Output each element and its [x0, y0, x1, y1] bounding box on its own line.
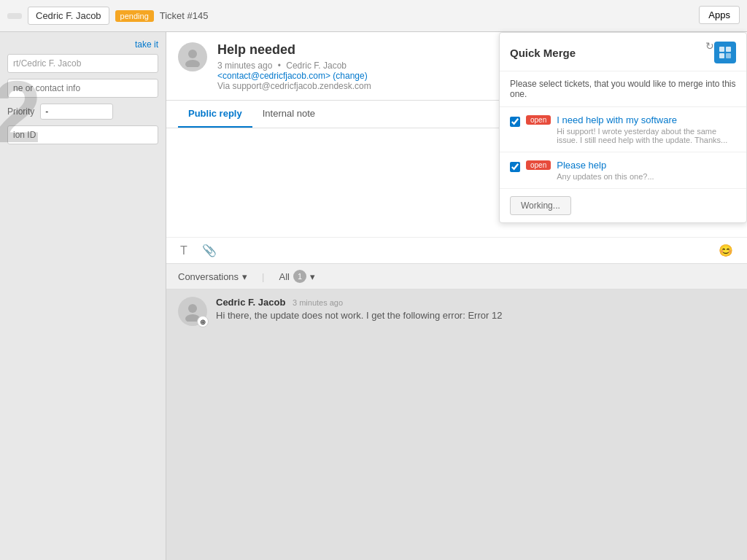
take-it-link[interactable]: take it: [7, 39, 158, 50]
conversations-button[interactable]: Conversations ▾: [178, 271, 247, 282]
qm-ticket-checkbox-2[interactable]: [510, 162, 520, 172]
qm-ticket-info-2: Please help Any updates on this one?...: [557, 160, 736, 181]
reply-toolbar: T 📎 😊: [166, 237, 747, 263]
qm-ticket-checkbox-1[interactable]: [510, 117, 520, 127]
tab-job[interactable]: [7, 13, 22, 19]
quick-merge-footer: Working...: [500, 189, 746, 222]
ticket-author: Cedric F. Jacob: [286, 61, 347, 71]
svg-point-0: [188, 50, 197, 58]
conversations-count-badge: 1: [293, 270, 306, 283]
svg-rect-6: [719, 53, 724, 58]
pending-badge: pending: [115, 10, 154, 22]
emoji-button[interactable]: 😊: [715, 242, 737, 259]
message-author: Cedric F. Jacob: [216, 297, 285, 308]
message-text: Hi there, the update does not work. I ge…: [216, 310, 735, 321]
conversation-message: ⊕ Cedric F. Jacob 3 minutes ago Hi there…: [178, 297, 735, 326]
message-avatar-sub-icon: ⊕: [197, 316, 209, 327]
tab-internal-note[interactable]: Internal note: [252, 101, 325, 128]
qm-ticket-title-2[interactable]: Please help: [557, 160, 736, 171]
priority-label: Priority: [7, 106, 34, 117]
top-bar: Cedric F. Jacob pending Ticket #145 Apps: [0, 0, 747, 32]
contact-input[interactable]: [7, 79, 158, 98]
group-id-input[interactable]: [7, 125, 158, 144]
ticket-email[interactable]: <contact@cedricfjacob.com>: [217, 71, 330, 81]
svg-rect-5: [726, 47, 731, 52]
message-avatar-container: ⊕: [178, 297, 207, 326]
priority-row: Priority: [7, 104, 158, 120]
qm-ticket-title-1[interactable]: I need help with my software: [557, 114, 736, 125]
ticket-change[interactable]: (change): [333, 71, 367, 81]
conversations-bar: Conversations ▾ | All 1 ▾: [166, 264, 747, 289]
qm-ticket-info-1: I need help with my software Hi support!…: [557, 114, 736, 144]
ticket-avatar: [178, 42, 207, 71]
conversation-list: ⊕ Cedric F. Jacob 3 minutes ago Hi there…: [166, 289, 747, 560]
dot1: •: [278, 61, 281, 71]
qm-ticket-badge-2: open: [526, 160, 551, 170]
apps-button[interactable]: Apps: [699, 6, 740, 24]
text-format-button[interactable]: T: [177, 243, 191, 259]
refresh-icon[interactable]: ↻: [705, 40, 714, 52]
conversations-label: Conversations: [178, 271, 239, 282]
quick-merge-header: Quick Merge: [500, 33, 746, 71]
quick-merge-panel: ↻ Quick Merge Please select tickets, tha…: [499, 32, 747, 223]
ticket-time: 3 minutes ago: [217, 61, 272, 71]
svg-rect-7: [726, 53, 731, 58]
requester-input[interactable]: [7, 54, 158, 73]
quick-merge-app-icon: [714, 42, 736, 63]
message-time: 3 minutes ago: [293, 298, 343, 307]
tab-user[interactable]: Cedric F. Jacob: [28, 7, 109, 25]
qm-ticket-preview-1: Hi support! I wrote yesterday about the …: [557, 127, 736, 144]
separator: |: [262, 271, 264, 282]
qm-ticket-row-2: open Please help Any updates on this one…: [500, 152, 746, 189]
main-layout: 2 take it Priority Help needed 3 minutes…: [0, 32, 747, 560]
message-header: Cedric F. Jacob 3 minutes ago: [216, 297, 735, 308]
ticket-number: Ticket #145: [160, 10, 209, 21]
qm-ticket-badge-1: open: [526, 115, 551, 125]
quick-merge-description: Please select tickets, that you would li…: [500, 71, 746, 107]
svg-point-2: [188, 304, 197, 313]
working-button[interactable]: Working...: [510, 196, 571, 215]
quick-merge-title: Quick Merge: [510, 47, 576, 59]
qm-ticket-preview-2: Any updates on this one?...: [557, 172, 736, 181]
ticket-via: Via support@cedricfjacob.zendesk.com: [217, 81, 371, 91]
all-filter-btn[interactable]: All 1 ▾: [279, 270, 315, 283]
conversations-chevron-icon: ▾: [242, 271, 247, 282]
all-chevron-icon: ▾: [310, 271, 315, 282]
message-body: Cedric F. Jacob 3 minutes ago Hi there, …: [216, 297, 735, 321]
svg-rect-4: [719, 47, 724, 52]
priority-select[interactable]: [40, 104, 113, 120]
tab-public-reply[interactable]: Public reply: [178, 101, 252, 128]
sidebar: 2 take it Priority: [0, 32, 166, 560]
all-label: All: [279, 271, 290, 282]
qm-ticket-row-1: open I need help with my software Hi sup…: [500, 107, 746, 152]
svg-point-1: [185, 60, 200, 67]
attach-button[interactable]: 📎: [198, 242, 220, 259]
